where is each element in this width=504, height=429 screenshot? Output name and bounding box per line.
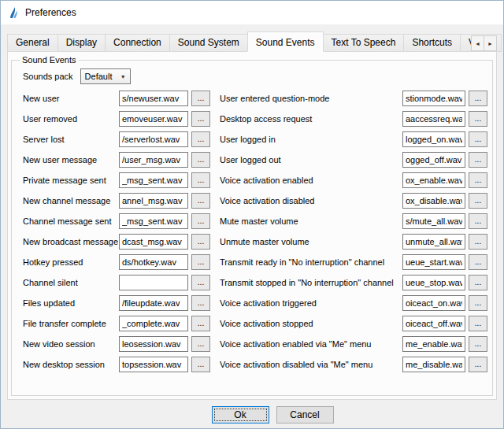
sound-file-input[interactable] (402, 152, 465, 168)
sound-file-input[interactable] (119, 357, 188, 372)
ok-button[interactable]: Ok (212, 406, 269, 423)
sound-event-label: Voice activation triggered (220, 298, 402, 308)
sound-event-row: Desktop access request... (220, 109, 487, 129)
browse-button[interactable]: ... (469, 213, 487, 229)
sound-file-input[interactable] (119, 336, 188, 352)
sounds-pack-row: Sounds pack Default ▼ (23, 67, 487, 86)
tab-sound-system[interactable]: Sound System (169, 34, 248, 52)
window-title: Preferences (25, 7, 76, 18)
sound-file-input[interactable] (119, 213, 188, 229)
sound-event-label: User removed (23, 114, 119, 124)
sound-file-input[interactable] (402, 275, 465, 290)
sound-event-row: New video session... (23, 334, 210, 354)
sound-file-input[interactable] (402, 193, 465, 209)
sound-file-input[interactable] (402, 254, 465, 270)
sound-event-row: Voice activation disabled... (220, 190, 487, 211)
sound-event-row: User logged out... (220, 150, 487, 170)
sound-event-label: User entered question-mode (220, 94, 402, 103)
sound-event-label: New desktop session (23, 360, 119, 369)
sound-file-input[interactable] (402, 336, 465, 352)
browse-button[interactable]: ... (191, 357, 210, 372)
sound-file-input[interactable] (119, 316, 188, 331)
tab-general[interactable]: General (7, 34, 58, 52)
sound-event-label: New user message (23, 155, 119, 165)
browse-button[interactable]: ... (469, 131, 487, 147)
sound-file-input[interactable] (119, 131, 188, 147)
sounds-pack-select[interactable]: Default ▼ (80, 68, 131, 84)
browse-button[interactable]: ... (469, 316, 487, 331)
sound-file-input[interactable] (402, 295, 465, 311)
tab-display[interactable]: Display (57, 34, 106, 52)
sound-event-row: Voice activation triggered... (220, 293, 487, 313)
sound-event-row: File transfer complete... (23, 313, 210, 334)
tab-scroll-right-button[interactable]: ► (484, 35, 497, 51)
browse-button[interactable]: ... (191, 234, 210, 250)
sound-file-input[interactable] (119, 172, 188, 188)
sound-file-input[interactable] (119, 193, 188, 209)
sound-event-label: Mute master volume (220, 216, 402, 226)
browse-button[interactable]: ... (469, 234, 487, 250)
tab-shortcuts[interactable]: Shortcuts (403, 34, 461, 52)
tab-sound-events[interactable]: Sound Events (247, 31, 324, 52)
browse-button[interactable]: ... (191, 295, 210, 311)
browse-button[interactable]: ... (469, 111, 487, 127)
sound-file-input[interactable] (119, 152, 188, 168)
sound-event-label: Private message sent (23, 176, 119, 185)
sound-file-input[interactable] (402, 131, 465, 147)
browse-button[interactable]: ... (469, 193, 487, 209)
sound-event-row: Channel silent... (23, 272, 210, 293)
sound-file-input[interactable] (402, 213, 465, 229)
browse-button[interactable]: ... (191, 213, 210, 229)
sound-file-input[interactable] (119, 234, 188, 250)
browse-button[interactable]: ... (191, 254, 210, 270)
sound-file-input[interactable] (402, 234, 465, 250)
browse-button[interactable]: ... (191, 111, 210, 127)
sound-file-input[interactable] (119, 295, 188, 311)
sound-events-right-column: User entered question-mode...Desktop acc… (220, 88, 487, 375)
browse-button[interactable]: ... (469, 172, 487, 188)
sound-file-input[interactable] (402, 316, 465, 331)
sound-file-input[interactable] (119, 275, 188, 290)
tab-scroll-left-button[interactable]: ◄ (471, 35, 484, 51)
tab-text-to-speech[interactable]: Text To Speech (323, 34, 405, 52)
sound-event-row: Unmute master volume... (220, 231, 487, 252)
browse-button[interactable]: ... (469, 357, 487, 372)
tab-connection[interactable]: Connection (105, 34, 170, 52)
dialog-footer: Ok Cancel (1, 400, 503, 423)
browse-button[interactable]: ... (191, 152, 210, 168)
sound-events-left-column: New user...User removed...Server lost...… (23, 88, 210, 375)
browse-button[interactable]: ... (469, 295, 487, 311)
sound-file-input[interactable] (402, 357, 465, 372)
cancel-button[interactable]: Cancel (276, 406, 334, 423)
sound-event-label: Files updated (23, 298, 119, 308)
sound-file-input[interactable] (402, 172, 465, 188)
browse-button[interactable]: ... (191, 316, 210, 331)
browse-button[interactable]: ... (469, 152, 487, 168)
browse-button[interactable]: ... (191, 193, 210, 209)
sound-event-row: User logged in... (220, 129, 487, 150)
sound-events-groupbox: Sound Events Sounds pack Default ▼ New u… (11, 55, 493, 396)
browse-button[interactable]: ... (191, 275, 210, 290)
browse-button[interactable]: ... (191, 172, 210, 188)
browse-button[interactable]: ... (191, 91, 210, 106)
titlebar[interactable]: Preferences (1, 1, 503, 24)
sound-event-label: Transmit stopped in "No interruption" ch… (220, 278, 402, 287)
sound-event-label: Channel message sent (23, 216, 119, 226)
sound-file-input[interactable] (119, 111, 188, 127)
browse-button[interactable]: ... (469, 254, 487, 270)
browse-button[interactable]: ... (191, 336, 210, 352)
sound-event-row: New channel message... (23, 190, 210, 211)
browse-button[interactable]: ... (469, 91, 487, 106)
sound-file-input[interactable] (119, 254, 188, 270)
browse-button[interactable]: ... (469, 336, 487, 352)
sound-event-row: Voice activation disabled via "Me" menu.… (220, 354, 487, 375)
sound-file-input[interactable] (402, 111, 465, 127)
sound-file-input[interactable] (402, 91, 465, 106)
sound-file-input[interactable] (119, 91, 188, 106)
sound-event-label: Voice activation disabled (220, 196, 402, 205)
browse-button[interactable]: ... (191, 131, 210, 147)
browse-button[interactable]: ... (469, 275, 487, 290)
sound-event-row: Server lost... (23, 129, 210, 150)
sound-event-label: Voice activation enabled via "Me" menu (220, 339, 402, 349)
tab-scroll: ◄ ► (472, 35, 497, 51)
